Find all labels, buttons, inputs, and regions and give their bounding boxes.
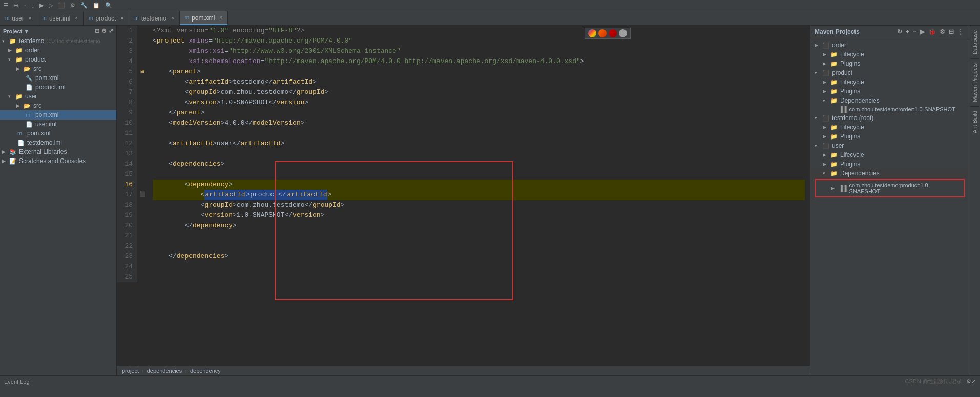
sidebar-item-user[interactable]: ▾ 📁 user xyxy=(0,92,116,101)
toolbar-icon-3[interactable]: ↑ xyxy=(22,2,28,9)
toolbar-icon-1[interactable]: ☰ xyxy=(2,2,10,9)
tab-close-user[interactable]: × xyxy=(29,15,32,21)
sidebar-item-label: pom.xml xyxy=(27,130,50,137)
toolbar-icon-9[interactable]: 🔧 xyxy=(79,2,89,9)
maven-item-order-lifecycle[interactable]: ▶ 📁 Lifecycle xyxy=(810,50,969,59)
code-line-25 xyxy=(153,272,805,282)
maven-item-testdemo-lifecycle[interactable]: ▶ 📁 Lifecycle xyxy=(810,123,969,132)
sidebar-item-testdemo-iml[interactable]: 📄 testdemo.iml xyxy=(0,138,116,147)
code-line-21 xyxy=(153,231,805,241)
maven-item-user-lifecycle[interactable]: ▶ 📁 Lifecycle xyxy=(810,150,969,160)
maven-item-user[interactable]: ▾ ⬛ user xyxy=(810,141,969,150)
code-line-3: xmlns:xsi="http://www.w3.org/2001/XMLSch… xyxy=(153,46,805,56)
event-log-label[interactable]: Event Log xyxy=(4,379,30,385)
tab-close-user-iml[interactable]: × xyxy=(75,15,78,21)
settings-icon-bottom[interactable]: ⚙ xyxy=(966,378,971,385)
toolbar-icon-5[interactable]: ▶ xyxy=(38,2,45,9)
browser-icon-4[interactable] xyxy=(619,29,627,37)
tab-user[interactable]: m user × xyxy=(0,11,37,25)
maven-item-user-plugins[interactable]: ▶ 📁 Plugins xyxy=(810,160,969,169)
maven-item-order-plugins[interactable]: ▶ 📁 Plugins xyxy=(810,59,969,68)
toolbar-icon-8[interactable]: ⚙ xyxy=(69,2,77,9)
side-tab-ant[interactable]: Ant Build xyxy=(970,106,979,137)
maven-item-product-dep1[interactable]: ▐▐ com.zhou.testdemo:order:1.0-SNAPSHOT xyxy=(810,105,969,113)
maven-item-user-dependencies[interactable]: ▾ 📁 Dependencies xyxy=(810,169,969,178)
arrow-icon: ▾ xyxy=(2,38,9,44)
toolbar-icon-4[interactable]: ↓ xyxy=(30,2,36,9)
gutter-8 xyxy=(137,97,148,108)
tab-user-iml[interactable]: m user.iml × xyxy=(37,11,84,25)
maven-item-order[interactable]: ▶ ⬛ order xyxy=(810,41,969,50)
maven-item-testdemo[interactable]: ▾ ⬛ testdemo (root) xyxy=(810,113,969,123)
arrow-icon: ▾ xyxy=(815,115,821,121)
tab-product[interactable]: m product × xyxy=(84,11,129,25)
maven-settings-icon[interactable]: ⚙ xyxy=(939,28,946,36)
sidebar-item-pom-user[interactable]: m pom.xml xyxy=(0,110,116,120)
maven-item-user-dep1[interactable]: ▶ ▐▐ com.zhou.testdemo:product:1.0-SNAPS… xyxy=(816,181,964,195)
sidebar-item-scratches[interactable]: ▶ 📝 Scratches and Consoles xyxy=(0,156,116,166)
maven-item-testdemo-plugins[interactable]: ▶ 📁 Plugins xyxy=(810,132,969,141)
xml-icon: 🔧 xyxy=(26,75,34,82)
gutter-5: ⊞ xyxy=(137,67,148,77)
maven-refresh-icon[interactable]: ↻ xyxy=(896,28,903,36)
tab-close-pom-xml[interactable]: × xyxy=(220,15,223,21)
gutter-11 xyxy=(137,128,148,138)
maven-item-product-plugins[interactable]: ▶ 📁 Plugins xyxy=(810,87,969,96)
sidebar-item-order[interactable]: ▶ 📁 order xyxy=(0,46,116,55)
sidebar-item-src-user[interactable]: ▶ 📂 src xyxy=(0,101,116,110)
maven-remove-icon[interactable]: − xyxy=(912,28,918,36)
maven-run-icon[interactable]: ▶ xyxy=(919,28,926,36)
browser-icons-bar xyxy=(585,28,631,39)
tab-pom-xml[interactable]: m pom.xml × xyxy=(180,11,228,25)
gutter-3 xyxy=(137,46,148,56)
breadcrumb-project[interactable]: project xyxy=(122,368,139,374)
code-lines[interactable]: <?xml version="1.0" encoding="UTF-8"?> <… xyxy=(148,26,810,282)
code-line-5: <parent> xyxy=(153,67,805,77)
sidebar-item-pom-root[interactable]: m pom.xml xyxy=(0,129,116,138)
maven-item-label: Plugins xyxy=(840,133,860,140)
sidebar-item-product[interactable]: ▾ 📁 product xyxy=(0,55,116,64)
tab-close-testdemo[interactable]: × xyxy=(171,15,174,21)
sidebar-item-testdemo[interactable]: ▾ 📁 testdemo C:\ZTools\test\testdemo xyxy=(0,36,116,46)
editor-content[interactable]: 1 2 3 4 5 6 7 8 9 10 11 12 13 xyxy=(117,26,810,365)
toolbar-icon-2[interactable]: ⊕ xyxy=(12,2,20,9)
maven-more-icon[interactable]: ⋮ xyxy=(956,28,965,36)
bottom-bar: Event Log CSDN @性能测试记录 ⚙ ⤢ xyxy=(0,375,980,387)
sidebar-item-product-iml[interactable]: 📄 product.iml xyxy=(0,83,116,92)
tab-close-product[interactable]: × xyxy=(120,15,123,21)
line-num-2: 2 xyxy=(121,36,133,46)
settings-icon[interactable]: ⚙ xyxy=(101,28,107,34)
firefox-icon[interactable] xyxy=(598,29,607,37)
maximize-icon[interactable]: ⤢ xyxy=(109,28,113,34)
line-num-8: 8 xyxy=(121,97,133,108)
maven-debug-icon[interactable]: 🐞 xyxy=(927,28,937,36)
chrome-icon[interactable] xyxy=(588,29,596,37)
side-tab-database[interactable]: Database xyxy=(970,26,979,58)
tab-testdemo[interactable]: m testdemo × xyxy=(129,11,180,25)
breadcrumb-dependency[interactable]: dependency xyxy=(190,368,221,374)
expand-icon-bottom[interactable]: ⤢ xyxy=(971,378,976,385)
toolbar-icon-11[interactable]: 🔍 xyxy=(103,2,114,9)
folder-icon: 📁 xyxy=(830,170,838,177)
sidebar-item-src[interactable]: ▶ 📂 src xyxy=(0,64,116,73)
sidebar-item-external-libs[interactable]: ▶ 📚 External Libraries xyxy=(0,147,116,156)
collapse-all-icon[interactable]: ⊟ xyxy=(95,28,99,34)
toolbar-icon-7[interactable]: ⬛ xyxy=(56,2,67,9)
library-icon: 📚 xyxy=(9,149,17,155)
opera-icon[interactable] xyxy=(609,29,617,37)
maven-collapse-icon[interactable]: ⊟ xyxy=(948,28,955,36)
maven-item-product-lifecycle[interactable]: ▶ 📁 Lifecycle xyxy=(810,77,969,87)
side-tab-maven[interactable]: Maven Projects xyxy=(970,58,979,106)
maven-item-product-dependencies[interactable]: ▾ 📁 Dependencies xyxy=(810,96,969,105)
code-line-10: <modelVersion>4.0.0</modelVersion> xyxy=(153,118,805,128)
sidebar-item-pom-product[interactable]: 🔧 pom.xml xyxy=(0,73,116,83)
maven-item-product[interactable]: ▾ ⬛ product xyxy=(810,68,969,77)
toolbar-icon-6[interactable]: ▷ xyxy=(47,2,54,9)
arrow-icon: ▶ xyxy=(823,89,829,94)
sidebar-title[interactable]: Project ▼ xyxy=(3,28,29,34)
tab-bar: m user × m user.iml × m product × m test… xyxy=(0,11,980,26)
toolbar-icon-10[interactable]: 📋 xyxy=(91,2,101,9)
maven-add-icon[interactable]: + xyxy=(905,28,910,36)
breadcrumb-dependencies[interactable]: dependencies xyxy=(147,368,182,374)
sidebar-item-user-iml[interactable]: 📄 user.iml xyxy=(0,120,116,129)
